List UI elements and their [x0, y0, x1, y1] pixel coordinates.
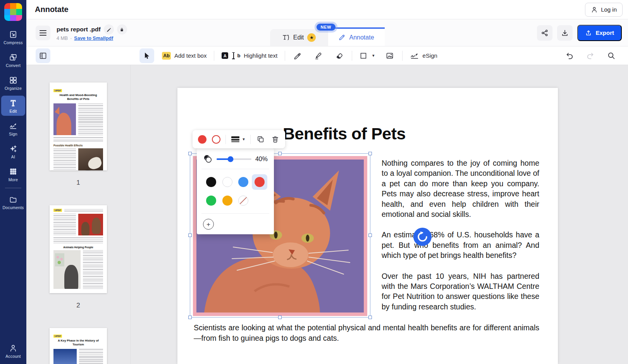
redo-button[interactable] — [583, 48, 598, 63]
person-icon — [591, 6, 598, 13]
sidebar-item-account[interactable]: Account — [1, 341, 25, 361]
lock-button[interactable] — [117, 24, 127, 34]
document-title: Benefits of Pets — [283, 124, 406, 143]
search-button[interactable] — [604, 48, 619, 63]
shape-tool-button[interactable]: ▾ — [357, 50, 377, 62]
trash-icon — [271, 135, 279, 143]
download-button[interactable] — [557, 25, 573, 41]
sidebar-item-label: More — [9, 177, 18, 182]
sidebar-item-edit[interactable]: Edit — [1, 96, 25, 116]
paragraph: An estimated 68% of U.S. households have… — [382, 230, 539, 260]
sidebar-item-more[interactable]: More — [1, 164, 25, 184]
save-to-smallpdf-link[interactable]: Save to Smallpdf — [74, 36, 113, 41]
sidebar-item-label: Sign — [9, 132, 17, 136]
insert-image-button[interactable] — [382, 48, 397, 63]
highlight-icon: A — [222, 52, 228, 59]
more-grid-icon — [9, 167, 17, 176]
thumb-text-lines — [53, 137, 103, 142]
swatch-white[interactable] — [220, 174, 235, 190]
resize-handle-w[interactable] — [188, 234, 192, 237]
body-text-column: Nothing compares to the joy of coming ho… — [382, 158, 539, 322]
eraser-tool-button[interactable] — [332, 48, 347, 63]
eraser-icon — [335, 52, 344, 60]
resize-handle-s[interactable] — [278, 316, 282, 319]
undo-button[interactable] — [562, 48, 577, 63]
fill-color-button[interactable] — [198, 135, 206, 144]
app-logo[interactable] — [4, 3, 22, 21]
tab-edit[interactable]: Edit ★ — [270, 29, 328, 46]
chevron-down-icon: ▾ — [243, 137, 245, 142]
popup-divider — [250, 135, 251, 144]
thumb-text-lines — [53, 214, 76, 235]
highlight-text-button[interactable]: A b Highlight text — [219, 50, 280, 62]
compress-icon — [9, 30, 17, 39]
thumb-text-lines — [78, 103, 103, 135]
sidebar-item-documents[interactable]: Documents — [1, 192, 25, 212]
resize-handle-sw[interactable] — [188, 316, 192, 319]
pencil-tool-button[interactable] — [290, 48, 305, 63]
toolbar-divider — [402, 51, 403, 61]
page-thumbnail-2[interactable]: UPDF Animals Helping People — [50, 205, 107, 293]
page-thumbnail-3[interactable]: UPDF A Key Phase in the History of Touri… — [50, 328, 107, 364]
delete-button[interactable] — [270, 135, 280, 144]
sidebar-item-sign[interactable]: Sign — [1, 118, 25, 139]
annotation-toolbar: Ab Add text box A b Highlight text — [26, 46, 628, 65]
swatch-none[interactable] — [236, 193, 251, 208]
thumb-heading: Possible Health Effects — [53, 144, 103, 147]
premium-star-icon: ★ — [307, 33, 316, 42]
sidebar-item-label: Account — [5, 354, 21, 359]
toolbar-divider — [352, 51, 352, 61]
annotate-pencil-icon — [338, 34, 346, 41]
organize-icon — [9, 76, 17, 84]
highlight-icon-b: b — [237, 53, 240, 58]
rename-button[interactable] — [104, 24, 114, 34]
stroke-color-button[interactable] — [212, 135, 220, 144]
menu-button[interactable] — [36, 26, 50, 40]
updf-logo: UPDF — [53, 89, 62, 92]
esign-label: eSign — [423, 52, 437, 59]
page-thumbnail-1[interactable]: UPDF Health and Mood-Boosting Benefits o… — [50, 82, 107, 170]
sidebar-item-organize[interactable]: Organize — [1, 73, 25, 93]
swatch-red-selected[interactable] — [252, 174, 267, 190]
opacity-slider[interactable] — [217, 158, 251, 160]
select-tool-button[interactable] — [139, 48, 154, 63]
tab-annotate[interactable]: NEW Annotate — [328, 27, 385, 46]
resize-handle-nw[interactable] — [188, 152, 192, 155]
resize-handle-se[interactable] — [368, 316, 372, 319]
sidebar-item-label: Edit — [10, 109, 17, 113]
login-button[interactable]: Log in — [585, 3, 623, 17]
duplicate-button[interactable] — [256, 135, 265, 144]
new-badge: NEW — [317, 24, 336, 31]
slider-thumb[interactable] — [227, 156, 233, 162]
search-icon — [607, 52, 616, 60]
swatch-black[interactable] — [203, 174, 219, 190]
share-button[interactable] — [537, 25, 552, 41]
thumb-dog-image — [78, 148, 103, 170]
swatch-green[interactable] — [203, 193, 219, 208]
sidebar-item-convert[interactable]: Convert — [1, 50, 25, 70]
resize-handle-n[interactable] — [278, 152, 282, 155]
sidebar-item-compress[interactable]: Compress — [1, 27, 25, 47]
resize-handle-e[interactable] — [368, 234, 372, 237]
thumbnail-panel-toggle[interactable] — [36, 48, 50, 63]
export-icon — [585, 29, 592, 36]
swatch-blue[interactable] — [236, 174, 251, 190]
stroke-width-button[interactable]: ▾ — [231, 136, 245, 143]
thumb-title: Health and Mood-Boosting Benefits of Pet… — [55, 93, 102, 101]
square-shape-icon — [360, 52, 367, 60]
account-person-icon — [9, 344, 17, 352]
resize-handle-ne[interactable] — [368, 152, 372, 155]
add-text-box-button[interactable]: Ab Add text box — [160, 50, 209, 62]
esign-button[interactable]: eSign — [408, 49, 440, 62]
text-ibeam-icon — [232, 52, 235, 59]
marker-tool-button[interactable] — [311, 48, 326, 63]
add-custom-color-button[interactable]: + — [203, 219, 214, 230]
sidebar-item-ai[interactable]: AI — [1, 141, 25, 161]
swatch-yellow[interactable] — [220, 193, 235, 208]
esign-icon — [410, 52, 419, 60]
export-button[interactable]: Export — [577, 25, 622, 41]
edit-text-icon — [9, 99, 17, 107]
opacity-value: 40% — [255, 156, 268, 163]
pencil-icon — [293, 52, 302, 60]
color-swatches — [203, 174, 268, 208]
